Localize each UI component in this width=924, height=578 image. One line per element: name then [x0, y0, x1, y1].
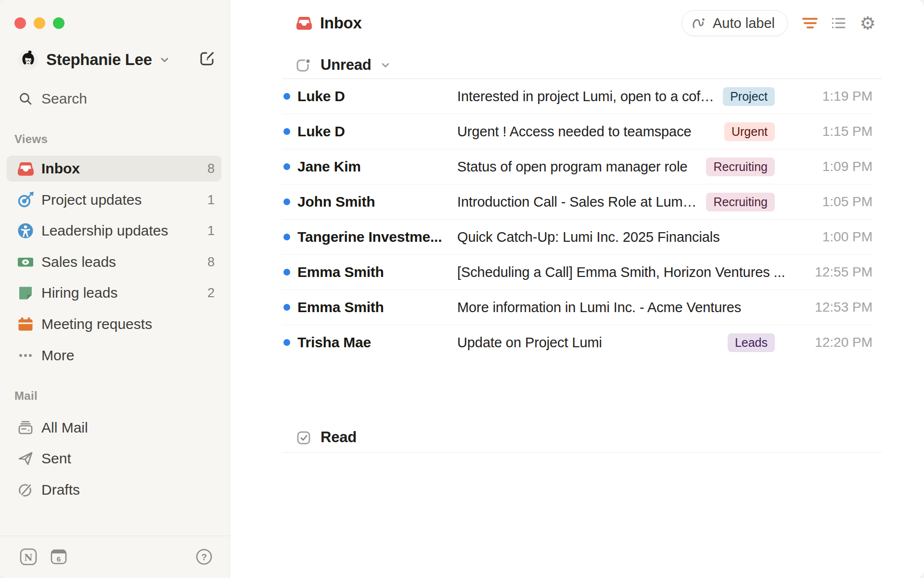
label-badge: Recruiting: [706, 193, 775, 211]
email-row[interactable]: Jane Kim Status of open program manager …: [282, 149, 873, 184]
all-mail-icon: [17, 420, 34, 436]
note-icon: [17, 285, 34, 301]
email-row[interactable]: Emma Smith More information in Lumi Inc.…: [282, 290, 873, 325]
calendar-icon: [17, 316, 34, 332]
label-badge: Recruiting: [706, 158, 775, 176]
main-header: Inbox Auto label: [282, 10, 882, 37]
sidebar-item-sent[interactable]: Sent: [7, 446, 221, 472]
unread-count: 8: [207, 255, 215, 270]
read-group-header[interactable]: Read: [282, 422, 882, 453]
mail-list-pane: Inbox Auto label: [230, 0, 924, 578]
email-sender: Emma Smith: [297, 299, 457, 315]
email-time: 1:00 PM: [791, 229, 873, 245]
window-controls: [14, 17, 64, 29]
unread-dot: [283, 128, 290, 135]
account-switcher[interactable]: Stephanie Lee: [0, 47, 230, 72]
sidebar-item-inbox[interactable]: Inbox 8: [7, 156, 221, 182]
email-row[interactable]: Luke D Urgent ! Access needed to teamspa…: [282, 114, 873, 149]
list-view-icon[interactable]: [830, 14, 848, 32]
help-icon[interactable]: ?: [195, 548, 213, 566]
svg-text:?: ?: [201, 552, 207, 562]
unread-count: 8: [207, 161, 215, 176]
search-button[interactable]: Search: [7, 87, 221, 111]
search-icon: [17, 91, 34, 107]
sidebar: Stephanie Lee Search Views: [0, 0, 230, 578]
chevron-down-icon: [379, 59, 392, 73]
sidebar-item-label: Leadership updates: [41, 223, 168, 239]
sidebar-item-more[interactable]: More: [7, 342, 221, 368]
inbox-icon: [17, 160, 34, 177]
minimize-window-button[interactable]: [34, 17, 45, 29]
read-group-label: Read: [321, 429, 357, 446]
unread-count: 1: [207, 223, 215, 238]
sidebar-footer: N 6 ?: [0, 536, 230, 578]
compose-icon[interactable]: [199, 51, 215, 67]
email-row[interactable]: Luke D Interested in project Lumi, open …: [282, 79, 873, 114]
unread-count: 2: [207, 286, 215, 301]
email-time: 1:09 PM: [791, 159, 873, 174]
sidebar-item-sales-leads[interactable]: Sales leads 8: [7, 249, 221, 275]
filter-icon[interactable]: [801, 14, 819, 32]
label-badge: Project: [723, 87, 775, 106]
inbox-icon: [296, 15, 312, 31]
email-row[interactable]: Trisha Mae Update on Project Lumi Leads …: [282, 325, 873, 360]
send-icon: [17, 450, 34, 467]
auto-label-icon: [691, 15, 707, 31]
unread-dot: [283, 234, 290, 240]
email-sender: Emma Smith: [297, 264, 457, 280]
sidebar-item-project-updates[interactable]: Project updates 1: [7, 187, 221, 213]
section-title-mail: Mail: [14, 389, 38, 403]
target-icon: [17, 192, 34, 208]
sidebar-item-hiring-leads[interactable]: Hiring leads 2: [7, 280, 221, 306]
email-row[interactable]: Emma Smith [Scheduling a Call] Emma Smit…: [282, 255, 873, 290]
zoom-window-button[interactable]: [53, 17, 64, 29]
unread-dot: [283, 163, 290, 170]
sidebar-item-label: Hiring leads: [41, 285, 117, 301]
calendar-app-icon[interactable]: 6: [50, 548, 68, 566]
email-subject: Urgent ! Access needed to teamspace: [457, 124, 716, 140]
email-time: 12:53 PM: [791, 300, 873, 315]
email-subject: [Scheduling a Call] Emma Smith, Horizon …: [457, 264, 791, 280]
unread-dot: [283, 269, 290, 276]
email-subject: More information in Lumi Inc. - Acme Ven…: [457, 300, 791, 315]
email-row[interactable]: Tangerine Investme... Quick Catch-Up: Lu…: [282, 220, 873, 255]
sidebar-item-label: Drafts: [41, 482, 80, 498]
auto-label-button[interactable]: Auto label: [681, 10, 788, 36]
email-sender: Jane Kim: [297, 158, 457, 175]
more-dots-icon: [17, 347, 34, 364]
email-sender: Tangerine Investme...: [297, 229, 457, 245]
email-subject: Interested in project Lumi, open to a co…: [457, 89, 714, 105]
gear-icon[interactable]: ⚙: [859, 14, 877, 32]
email-sender: John Smith: [297, 194, 457, 210]
sidebar-item-label: More: [41, 347, 74, 364]
unread-group-header[interactable]: Unread: [282, 52, 882, 79]
sidebar-item-all-mail[interactable]: All Mail: [7, 415, 221, 441]
app-window: Stephanie Lee Search Views: [0, 0, 924, 578]
unread-dot: [283, 198, 290, 205]
label-badge: Leads: [728, 333, 775, 352]
notion-logo-icon[interactable]: N: [19, 548, 38, 566]
email-subject: Status of open program manager role: [457, 159, 697, 175]
email-time: 1:05 PM: [791, 194, 873, 210]
section-title-views: Views: [14, 132, 48, 146]
unread-count: 1: [207, 193, 215, 208]
email-subject: Quick Catch-Up: Lumi Inc. 2025 Financial…: [457, 229, 791, 245]
sidebar-item-label: Sent: [41, 450, 71, 467]
unread-filter-icon: [296, 58, 310, 72]
unread-dot: [283, 93, 290, 100]
unread-dot: [283, 304, 290, 311]
sidebar-item-label: Inbox: [41, 160, 80, 177]
page-title: Inbox: [320, 14, 362, 32]
notion-n: N: [24, 552, 32, 563]
email-time: 12:20 PM: [791, 335, 873, 350]
sidebar-item-leadership-updates[interactable]: Leadership updates 1: [7, 218, 221, 244]
email-sender: Luke D: [297, 123, 457, 140]
email-row[interactable]: John Smith Introduction Call - Sales Rol…: [282, 184, 873, 220]
svg-text:6: 6: [57, 555, 61, 563]
sidebar-item-drafts[interactable]: Drafts: [7, 477, 221, 503]
close-window-button[interactable]: [14, 17, 26, 29]
email-time: 1:15 PM: [791, 124, 873, 139]
email-subject: Update on Project Lumi: [457, 335, 719, 351]
search-label: Search: [41, 91, 87, 107]
sidebar-item-meeting-requests[interactable]: Meeting requests: [7, 311, 221, 337]
